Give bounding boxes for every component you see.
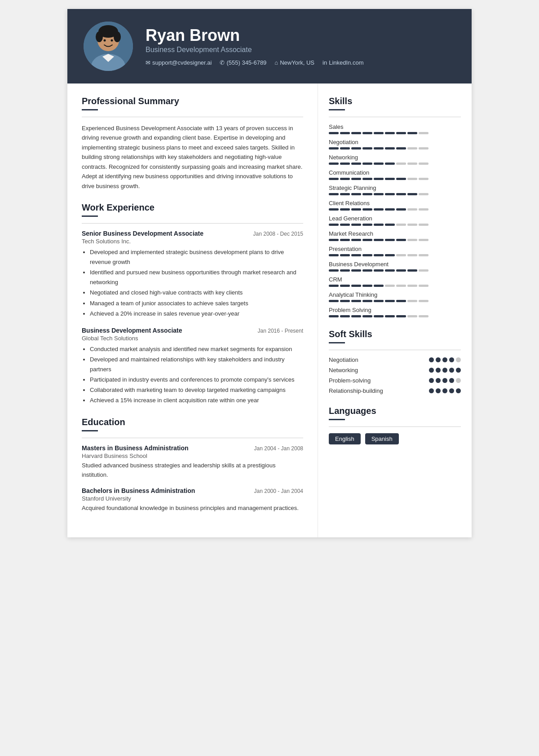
skill-segment (351, 315, 361, 317)
skill-dot (429, 388, 434, 393)
skill-segment (340, 208, 350, 211)
skill-name: Sales (329, 123, 461, 130)
skill-segment (351, 193, 361, 195)
skill-item: Sales (329, 123, 461, 134)
list-item: Managed a team of junior associates to a… (90, 299, 303, 308)
skill-item: Problem Solving (329, 307, 461, 317)
skill-segment (419, 254, 429, 256)
skill-segment (374, 178, 384, 180)
list-item: Developed and maintained relationships w… (90, 355, 303, 374)
edu-degree: Masters in Business Administration (82, 444, 189, 452)
dots-container (429, 357, 461, 362)
list-item: Identified and pursued new business oppo… (90, 268, 303, 287)
skill-segment (419, 239, 429, 241)
skill-segment (419, 208, 429, 211)
svg-point-4 (96, 31, 103, 42)
skill-bar (329, 147, 461, 149)
skill-segment (385, 208, 395, 211)
skill-segment (374, 315, 384, 317)
left-column: Professional Summary Experienced Busines… (67, 84, 318, 537)
skill-segment (374, 285, 384, 287)
edu-degree: Bachelors in Business Administration (82, 487, 195, 494)
skill-segment (351, 285, 361, 287)
skill-segment (407, 239, 417, 241)
skill-segment (407, 269, 417, 272)
skill-item: Communication (329, 169, 461, 180)
skill-segment (362, 285, 372, 287)
skill-segment (407, 147, 417, 149)
skill-name: Presentation (329, 246, 461, 252)
skill-dot (442, 357, 447, 362)
skill-dot (449, 368, 454, 373)
skills-line (329, 117, 461, 117)
edu-container: Masters in Business Administration Jan 2… (82, 444, 303, 513)
skill-segment (362, 193, 372, 195)
skill-segment (362, 315, 372, 317)
skill-segment (351, 254, 361, 256)
education-line (82, 438, 303, 438)
skill-segment (351, 147, 361, 149)
location-value: NewYork, US (280, 59, 314, 66)
skill-segment (396, 269, 406, 272)
skill-segment (419, 193, 429, 195)
skill-segment (329, 224, 339, 226)
list-item: Developed and implemented strategic busi… (90, 247, 303, 267)
email-value: support@cvdesigner.ai (152, 59, 212, 66)
skill-segment (329, 285, 339, 287)
edu-date: Jan 2000 - Jan 2004 (254, 488, 303, 494)
skill-name: Networking (329, 154, 461, 161)
skill-segment (407, 132, 417, 134)
skill-bar (329, 254, 461, 256)
dots-container (429, 378, 461, 383)
skill-segment (351, 208, 361, 211)
skills-divider (329, 109, 345, 110)
list-item: Achieved a 20% increase in sales revenue… (90, 309, 303, 319)
skill-segment (407, 208, 417, 211)
header-info: Ryan Brown Business Development Associat… (146, 26, 363, 66)
skill-segment (340, 163, 350, 165)
header: Ryan Brown Business Development Associat… (67, 9, 472, 84)
skill-segment (374, 300, 384, 302)
skill-item: Lead Generation (329, 215, 461, 226)
skill-bar (329, 239, 461, 241)
skill-segment (396, 147, 406, 149)
svg-point-6 (104, 40, 106, 42)
skill-segment (329, 254, 339, 256)
skill-segment (340, 285, 350, 287)
dots-container (429, 368, 461, 373)
skill-dot (456, 388, 461, 393)
skill-segment (385, 147, 395, 149)
skill-segment (329, 208, 339, 211)
skill-segment (340, 132, 350, 134)
skill-item: Analytical Thinking (329, 291, 461, 302)
skill-segment (351, 269, 361, 272)
soft-skills-section: Soft Skills Negotiation Networking Probl… (329, 329, 461, 394)
work-line (82, 223, 303, 224)
skill-segment (385, 239, 395, 241)
skill-name: Strategic Planning (329, 185, 461, 191)
skill-segment (396, 254, 406, 256)
work-divider (82, 215, 98, 217)
skill-segment (419, 147, 429, 149)
skill-segment (340, 178, 350, 180)
resume: Ryan Brown Business Development Associat… (67, 9, 472, 537)
skill-segment (374, 147, 384, 149)
job-header: Senior Business Development Associate Ja… (82, 230, 303, 237)
skill-segment (407, 193, 417, 195)
job-title: Senior Business Development Associate (82, 230, 203, 237)
skill-segment (340, 315, 350, 317)
soft-skill-name: Negotiation (329, 356, 358, 363)
skill-item: Market Research (329, 230, 461, 241)
job-item: Business Development Associate Jan 2016 … (82, 327, 303, 406)
skill-segment (396, 300, 406, 302)
skill-segment (374, 208, 384, 211)
skill-bar (329, 178, 461, 180)
skill-item: Negotiation (329, 139, 461, 149)
skill-segment (385, 315, 395, 317)
skill-bar (329, 208, 461, 211)
edu-header: Bachelors in Business Administration Jan… (82, 487, 303, 494)
skill-segment (362, 132, 372, 134)
location-icon: ⌂ (274, 59, 278, 66)
skill-item: Client Relations (329, 200, 461, 211)
phone-value: (555) 345-6789 (226, 59, 266, 66)
